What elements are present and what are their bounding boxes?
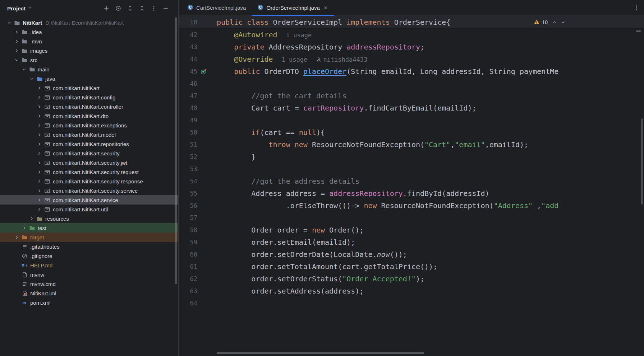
chevron-collapsed-icon[interactable] xyxy=(37,132,44,137)
token xyxy=(217,226,251,234)
token xyxy=(217,250,251,259)
next-warning-icon[interactable] xyxy=(561,20,566,25)
inspection-marker xyxy=(636,31,641,32)
chevron-collapsed-icon[interactable] xyxy=(37,141,44,147)
tree-item-com-nitikart-nitikart-security-service[interactable]: com.nitikart.NitiKart.security.service xyxy=(0,186,178,195)
editor-vertical-scrollbar[interactable] xyxy=(641,118,643,205)
hide-panel-icon[interactable] xyxy=(162,5,169,11)
chevron-collapsed-icon[interactable] xyxy=(37,113,44,119)
locate-file-icon[interactable] xyxy=(115,5,121,11)
chevron-collapsed-icon[interactable] xyxy=(14,235,21,240)
expand-all-icon[interactable] xyxy=(127,5,133,11)
tree-item-com-nitikart-nitikart-config[interactable]: com.nitikart.NitiKart.config xyxy=(0,93,178,102)
tree-item-com-nitikart-nitikart-model[interactable]: com.nitikart.NitiKart.model xyxy=(0,130,178,139)
chevron-collapsed-icon[interactable] xyxy=(14,48,21,53)
token-text xyxy=(217,104,251,112)
chevron-collapsed-icon[interactable] xyxy=(37,95,44,100)
tree-item-label: com.nitikart.NitiKart.security.service xyxy=(53,188,138,194)
token-text: ResourceNotFoundException( xyxy=(377,201,494,210)
tree-item-com-nitikart-nitikart-controller[interactable]: com.nitikart.NitiKart.controller xyxy=(0,102,178,111)
chevron-collapsed-icon[interactable] xyxy=(37,160,44,165)
tree-item-java[interactable]: java xyxy=(0,74,178,83)
editor-horizontal-scrollbar[interactable] xyxy=(217,352,424,354)
add-icon[interactable] xyxy=(103,5,110,11)
package-icon xyxy=(44,206,50,212)
editor-tab-orderserviceimpl-java[interactable]: COrderServiceImpl.java xyxy=(252,0,334,15)
file-iml-icon xyxy=(21,290,28,296)
token: order.setTotalAmount(cart.getTotalPrice(… xyxy=(251,262,437,271)
package-icon xyxy=(44,122,50,128)
tree-item-label: pom.xml xyxy=(30,300,51,306)
chevron-collapsed-icon[interactable] xyxy=(37,207,44,212)
tree-item-mvnw[interactable]: mvnw xyxy=(0,270,178,279)
tab-bar-more-icon[interactable] xyxy=(633,0,640,15)
project-view-selector[interactable]: Project xyxy=(7,5,33,12)
chevron-expanded-icon[interactable] xyxy=(14,57,21,63)
chevron-expanded-icon[interactable] xyxy=(22,67,29,72)
token: ); xyxy=(416,275,424,283)
tree-item-test[interactable]: test xyxy=(0,223,178,233)
tree-item-com-nitikart-nitikart-security[interactable]: com.nitikart.NitiKart.security xyxy=(0,149,178,158)
chevron-collapsed-icon[interactable] xyxy=(37,188,44,193)
collapse-all-icon[interactable] xyxy=(139,5,145,11)
token-text: .findById(addressId) xyxy=(403,189,489,198)
chevron-collapsed-icon[interactable] xyxy=(37,123,44,128)
code-text: public OrderDTO placeOrder(String emailI… xyxy=(217,65,558,78)
chevron-collapsed-icon[interactable] xyxy=(22,225,29,231)
chevron-collapsed-icon[interactable] xyxy=(14,39,21,44)
tree-item-resources[interactable]: resources xyxy=(0,214,178,223)
project-tree-scrollbar[interactable] xyxy=(175,17,177,284)
token-text: order.setOrderStatus( xyxy=(251,275,342,283)
token xyxy=(217,55,234,64)
chevron-collapsed-icon[interactable] xyxy=(14,29,21,35)
tree-item-nitikart-iml[interactable]: NitiKart.iml xyxy=(0,289,178,298)
token-str: "Cart" xyxy=(424,140,450,149)
gutter-spacer xyxy=(197,273,217,285)
gutter-spacer xyxy=(197,163,217,175)
tree-item-com-nitikart-nitikart-dto[interactable]: com.nitikart.NitiKart.dto xyxy=(0,111,178,121)
token-text: class xyxy=(247,18,268,27)
previous-warning-icon[interactable] xyxy=(552,20,557,25)
tree-item-images[interactable]: images xyxy=(0,46,178,55)
tree-item-nitikart[interactable]: NitiKartD:\NitiKart-Ecom\NitiKart\NitiKa… xyxy=(0,18,178,27)
tree-item-target[interactable]: target xyxy=(0,233,178,242)
tree-item-mvn[interactable]: .mvn xyxy=(0,37,178,46)
tree-item-gitignore[interactable]: .gitignore xyxy=(0,251,178,261)
tree-item-main[interactable]: main xyxy=(0,65,178,74)
tree-item-com-nitikart-nitikart-security-response[interactable]: com.nitikart.NitiKart.security.response xyxy=(0,177,178,186)
tree-item-com-nitikart-nitikart-security-jwt[interactable]: com.nitikart.NitiKart.security.jwt xyxy=(0,158,178,167)
token: OrderServiceImpl xyxy=(269,18,347,27)
token-text: AddressRepository xyxy=(264,43,346,51)
tree-item-label: target xyxy=(30,234,44,240)
chevron-collapsed-icon[interactable] xyxy=(37,197,44,203)
code-editor[interactable]: 42 @Autowired 1 usage43 private AddressR… xyxy=(179,29,644,356)
close-icon[interactable] xyxy=(323,5,328,11)
tree-item-gitattributes[interactable]: .gitattributes xyxy=(0,242,178,251)
chevron-collapsed-icon[interactable] xyxy=(37,104,44,109)
tree-item-idea[interactable]: .idea xyxy=(0,27,178,37)
tree-item-help-md[interactable]: MHELP.md xyxy=(0,261,178,270)
tree-item-pom-xml[interactable]: mpom.xml xyxy=(0,298,178,307)
chevron-expanded-icon[interactable] xyxy=(6,20,14,25)
tree-item-com-nitikart-nitikart-exceptions[interactable]: com.nitikart.NitiKart.exceptions xyxy=(0,121,178,130)
warnings-badge[interactable]: 10 xyxy=(534,18,548,27)
chevron-collapsed-icon[interactable] xyxy=(37,169,44,175)
tree-item-com-nitikart-nitikart-util[interactable]: com.nitikart.NitiKart.util xyxy=(0,205,178,214)
tree-item-src[interactable]: src xyxy=(0,55,178,65)
chevron-collapsed-icon[interactable] xyxy=(37,85,44,91)
editor-tab-cartserviceimpl-java[interactable]: CCartServiceImpl.java xyxy=(181,0,252,15)
tree-item-com-nitikart-nitikart-repositories[interactable]: com.nitikart.NitiKart.repositories xyxy=(0,139,178,149)
token xyxy=(217,67,234,76)
folder-icon xyxy=(21,57,28,63)
more-options-icon[interactable] xyxy=(151,5,157,11)
chevron-collapsed-icon[interactable] xyxy=(37,179,44,184)
tree-item-mvnw-cmd[interactable]: mvnw.cmd xyxy=(0,279,178,289)
tree-item-com-nitikart-nitikart-service[interactable]: com.nitikart.NitiKart.service xyxy=(0,195,178,205)
chevron-collapsed-icon[interactable] xyxy=(37,151,44,156)
chevron-collapsed-icon[interactable] xyxy=(29,216,36,221)
tree-item-com-nitikart-nitikart-security-request[interactable]: com.nitikart.NitiKart.security.request xyxy=(0,167,178,177)
implement-gutter-icon[interactable] xyxy=(197,65,217,78)
token: AddressRepository xyxy=(264,43,346,51)
tree-item-com-nitikart-nitikart[interactable]: com.nitikart.NitiKart xyxy=(0,83,178,93)
chevron-expanded-icon[interactable] xyxy=(29,76,36,81)
